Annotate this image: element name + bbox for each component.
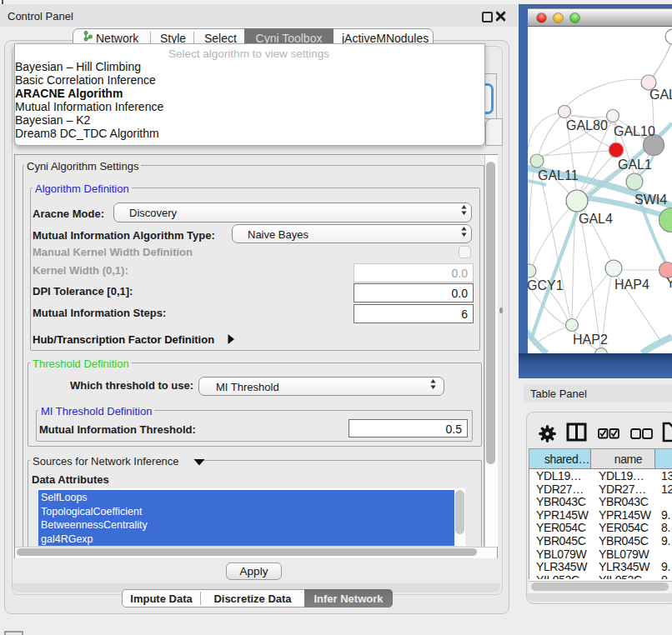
svg-text:GAL10: GAL10 <box>614 124 655 138</box>
svg-text:HAP2: HAP2 <box>573 332 608 347</box>
svg-text:GCY1: GCY1 <box>528 278 564 292</box>
svg-text:GAL4: GAL4 <box>579 212 613 226</box>
svg-text:YB: YB <box>666 276 672 290</box>
svg-text:GAL7: GAL7 <box>649 88 672 102</box>
svg-text:GAL1: GAL1 <box>618 158 652 172</box>
svg-text:GAL11: GAL11 <box>538 168 579 182</box>
svg-text:HAP4: HAP4 <box>614 278 649 292</box>
svg-text:GAL80: GAL80 <box>566 118 608 132</box>
svg-text:SWI4: SWI4 <box>634 192 667 207</box>
